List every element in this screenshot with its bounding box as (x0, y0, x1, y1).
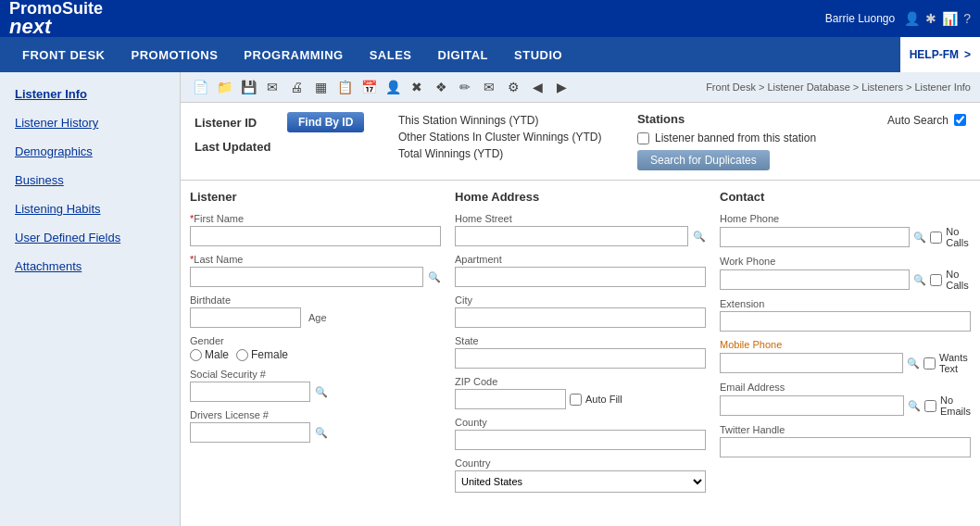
edit-icon[interactable]: ✏ (455, 77, 475, 97)
nav-front-desk[interactable]: FRONT DESK (9, 41, 119, 69)
settings-icon[interactable]: ⚙ (503, 77, 523, 97)
last-name-search-icon[interactable]: 🔍 (427, 269, 441, 284)
autofill-checkbox[interactable] (570, 394, 582, 406)
forward-icon[interactable]: ▶ (551, 77, 572, 97)
drivers-license-input[interactable] (190, 422, 310, 443)
twitter-input[interactable] (720, 437, 971, 457)
age-row: Age (190, 307, 441, 328)
copy-icon[interactable]: ❖ (431, 77, 451, 97)
last-name-input[interactable] (190, 267, 423, 287)
new-icon[interactable]: 📄 (190, 77, 210, 97)
sidebar-item-listening-habits[interactable]: Listening Habits (0, 194, 180, 223)
county-group: County (455, 417, 706, 450)
listener-id-section: Listener ID Find By ID Last Updated (195, 112, 380, 170)
no-calls-2-label: No Calls (946, 269, 971, 291)
ssn-search-icon[interactable]: 🔍 (314, 384, 329, 399)
listener-top-section: Listener ID Find By ID Last Updated This… (181, 103, 980, 181)
sidebar-item-listener-history[interactable]: Listener History (0, 108, 180, 137)
state-label: State (455, 335, 706, 346)
email-search-icon[interactable]: 🔍 (908, 398, 921, 413)
calendar-icon[interactable]: 📅 (358, 77, 379, 97)
email-input[interactable] (720, 395, 904, 416)
sidebar-item-demographics[interactable]: Demographics (0, 137, 180, 166)
work-phone-label: Work Phone (720, 256, 971, 267)
save-icon[interactable]: 💾 (238, 77, 258, 97)
home-street-input[interactable] (455, 226, 688, 246)
state-input[interactable] (455, 348, 706, 369)
home-street-search-icon[interactable]: 🔍 (692, 229, 706, 244)
nav-studio[interactable]: STUDIO (501, 41, 575, 69)
people-icon[interactable]: 👤 (904, 11, 920, 26)
nav-sales[interactable]: SALES (357, 41, 425, 69)
first-name-input-row (190, 226, 441, 246)
birthdate-input[interactable] (190, 307, 301, 328)
work-phone-search-icon[interactable]: 🔍 (913, 272, 926, 287)
apartment-input[interactable] (455, 267, 706, 287)
nav-promotions[interactable]: PROMOTIONS (119, 41, 232, 69)
back-icon[interactable]: ◀ (527, 77, 547, 97)
female-radio[interactable] (236, 349, 248, 361)
male-radio-label[interactable]: Male (190, 348, 229, 361)
person-icon[interactable]: 👤 (383, 77, 403, 97)
first-name-input[interactable] (190, 226, 441, 246)
last-updated-label: Last Updated (195, 140, 270, 154)
sidebar-item-user-defined-fields[interactable]: User Defined Fields (0, 223, 180, 252)
no-calls-1-row: No Calls (930, 226, 971, 248)
male-radio[interactable] (190, 349, 202, 361)
no-emails-checkbox[interactable] (924, 400, 936, 412)
sidebar-item-listener-info[interactable]: Listener Info (0, 80, 180, 108)
folder-icon[interactable]: 📁 (214, 77, 234, 97)
female-radio-label[interactable]: Female (236, 348, 288, 361)
city-label: City (455, 294, 706, 306)
banned-checkbox[interactable] (637, 132, 649, 144)
asterisk-icon[interactable]: ✱ (925, 11, 936, 26)
find-by-id-button[interactable]: Find By ID (287, 112, 364, 132)
search-duplicates-button[interactable]: Search for Duplicates (637, 150, 770, 170)
ssn-input[interactable] (190, 382, 310, 402)
state-group: State (455, 335, 706, 369)
sidebar-item-attachments[interactable]: Attachments (0, 252, 180, 281)
gender-label: Gender (190, 335, 441, 346)
first-name-text: First Name (194, 213, 244, 224)
wants-text-label: Wants Text (939, 352, 971, 374)
nav-digital[interactable]: DIGITAL (425, 41, 502, 69)
wants-text-checkbox[interactable] (923, 357, 936, 369)
print-icon[interactable]: 🖨 (286, 77, 307, 97)
last-name-text: Last Name (194, 254, 243, 265)
help-circle-icon[interactable]: ? (963, 11, 971, 26)
mobile-phone-input-row: 🔍 Wants Text (720, 352, 971, 374)
no-calls-2-checkbox[interactable] (930, 274, 942, 286)
top-header: PromoSuitenext Barrie Luongo 👤 ✱ 📊 ? (0, 0, 980, 37)
country-select[interactable]: United States Canada Mexico Other (455, 470, 706, 493)
delete-icon[interactable]: ✖ (407, 77, 427, 97)
auto-search-checkbox[interactable] (954, 114, 966, 126)
extension-input[interactable] (720, 311, 971, 332)
county-input[interactable] (455, 430, 706, 450)
zip-input[interactable] (455, 389, 566, 409)
home-street-group: Home Street 🔍 (455, 213, 706, 246)
table-icon[interactable]: 📋 (334, 77, 355, 97)
main-layout: Listener Info Listener History Demograph… (0, 72, 980, 526)
no-calls-1-label: No Calls (946, 226, 971, 248)
mobile-phone-group: Mobile Phone 🔍 Wants Text (720, 339, 971, 374)
ssn-input-row: 🔍 (190, 382, 441, 402)
email-icon[interactable]: ✉ (262, 77, 283, 97)
mobile-phone-search-icon[interactable]: 🔍 (907, 356, 920, 370)
grid-icon[interactable]: ▦ (310, 77, 331, 97)
birthdate-label: Birthdate (190, 294, 441, 306)
drivers-license-search-icon[interactable]: 🔍 (314, 425, 329, 440)
help-button[interactable]: HELP-FM > (900, 37, 980, 72)
sidebar-item-business[interactable]: Business (0, 166, 180, 194)
last-name-input-row: 🔍 (190, 267, 441, 287)
letter-icon[interactable]: ✉ (479, 77, 499, 97)
work-phone-input[interactable] (720, 269, 910, 290)
city-input[interactable] (455, 307, 706, 328)
no-calls-1-checkbox[interactable] (930, 232, 942, 244)
chart-icon[interactable]: 📊 (942, 11, 958, 26)
this-station-winnings: This Station Winnings (YTD) (398, 114, 619, 127)
mobile-phone-input[interactable] (720, 353, 903, 373)
home-phone-search-icon[interactable]: 🔍 (913, 230, 926, 244)
last-updated-row: Last Updated (195, 140, 380, 154)
nav-programming[interactable]: PROGRAMMING (231, 41, 356, 69)
home-phone-input[interactable] (720, 227, 910, 247)
